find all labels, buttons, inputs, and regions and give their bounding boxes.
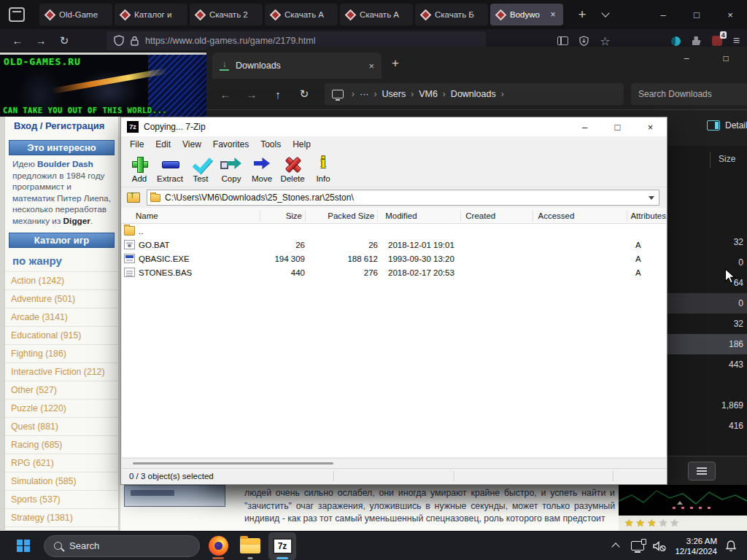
column-divider[interactable] bbox=[710, 152, 711, 168]
genre-link[interactable]: Quest (881) bbox=[5, 417, 118, 435]
toolbar-button[interactable]: Info bbox=[308, 152, 338, 187]
bookmark-star-icon[interactable]: ☆ bbox=[600, 34, 610, 48]
site-banner[interactable]: OLD-GAMES.RU CAN TAKE YOU OUT OF THIS WO… bbox=[0, 55, 206, 117]
genre-link[interactable]: Educational (915) bbox=[5, 326, 118, 344]
file-row[interactable]: GO.BAT 26 26 2018-12-01 19:01 A bbox=[122, 238, 666, 252]
taskbar-explorer[interactable] bbox=[236, 532, 264, 560]
combo-dropdown-icon[interactable] bbox=[646, 191, 657, 204]
toolbar-button[interactable]: Move bbox=[247, 152, 277, 187]
genre-link[interactable]: Puzzle (1220) bbox=[5, 399, 118, 417]
menu-item[interactable]: Help bbox=[287, 139, 317, 149]
sidebar-toggle-icon[interactable] bbox=[557, 36, 568, 45]
size-column-header[interactable]: Size bbox=[719, 154, 735, 164]
lock-icon[interactable] bbox=[131, 36, 139, 46]
notification-bell-icon[interactable] bbox=[725, 540, 737, 552]
tab-close-icon[interactable]: × bbox=[547, 9, 559, 20]
genre-link[interactable]: Adventure (501) bbox=[5, 289, 118, 308]
col-modified[interactable]: Modified bbox=[378, 210, 461, 222]
col-packed-size[interactable]: Packed Size bbox=[306, 210, 378, 222]
genre-link[interactable]: Arcade (3141) bbox=[5, 308, 118, 326]
scrollbar-thumb[interactable] bbox=[133, 462, 333, 464]
menu-item[interactable]: Tools bbox=[255, 139, 287, 149]
explorer-search-box[interactable] bbox=[631, 83, 747, 105]
explorer-tab-close-icon[interactable]: × bbox=[368, 61, 374, 71]
toolbar-button[interactable]: Delete bbox=[277, 152, 308, 187]
breadcrumb-item[interactable]: Downloads bbox=[451, 89, 496, 99]
view-mode-button[interactable] bbox=[688, 462, 716, 481]
tracking-shield-icon[interactable] bbox=[114, 35, 124, 46]
browser-tab[interactable]: Bodywo × bbox=[490, 4, 563, 26]
genre-link[interactable]: Sports (537) bbox=[5, 490, 118, 508]
volume-muted-icon[interactable] bbox=[652, 540, 667, 552]
genre-link[interactable]: Strategy (1381) bbox=[5, 508, 118, 526]
archive-path-combo[interactable]: C:\Users\VM6\Downloads\25_Stones.rar\25s… bbox=[147, 190, 659, 206]
file-row[interactable]: STONES.BAS 440 276 2018-02-17 20:53 A bbox=[122, 265, 666, 279]
downloads-shield-icon[interactable] bbox=[579, 36, 589, 46]
breadcrumb-ellipsis[interactable]: ··· bbox=[360, 89, 369, 99]
restore-button[interactable]: □ bbox=[680, 0, 713, 29]
explorer-back-button[interactable]: ← bbox=[212, 88, 239, 101]
hamburger-menu-icon[interactable]: ≡ bbox=[733, 34, 740, 47]
explorer-forward-button[interactable]: → bbox=[239, 88, 265, 101]
browser-tab[interactable]: Скачать Б × bbox=[415, 4, 488, 26]
genre-link[interactable]: Simulation (585) bbox=[5, 472, 118, 490]
rating-stars[interactable]: ★★★★★ bbox=[619, 516, 747, 531]
genre-link[interactable]: Interactive Fiction (212) bbox=[5, 362, 118, 381]
menu-item[interactable]: Edit bbox=[150, 139, 177, 149]
browser-tab[interactable]: Old-Game × bbox=[39, 4, 112, 26]
col-accessed[interactable]: Accessed bbox=[533, 210, 627, 222]
explorer-new-tab-button[interactable]: + bbox=[392, 56, 399, 71]
genre-link[interactable]: RPG (621) bbox=[5, 454, 118, 472]
sevenzip-title-bar[interactable]: 7z Copying... 7-Zip – □ × bbox=[121, 117, 667, 136]
menu-item[interactable]: View bbox=[177, 139, 207, 149]
toolbar-button[interactable]: Extract bbox=[155, 152, 185, 187]
explorer-refresh-button[interactable]: ↻ bbox=[291, 88, 317, 101]
taskbar-7zip[interactable]: 7z bbox=[268, 532, 296, 560]
taskbar-clock[interactable]: 3:26 AM 12/14/2024 bbox=[675, 536, 717, 556]
genre-link[interactable]: Action (1242) bbox=[5, 271, 118, 289]
col-name[interactable]: Name bbox=[121, 210, 260, 222]
sevenzip-minimize-button[interactable]: – bbox=[568, 117, 601, 136]
genre-link[interactable]: Fighting (186) bbox=[5, 344, 118, 362]
toolbar-button[interactable]: Copy bbox=[216, 152, 247, 187]
menu-item[interactable]: File bbox=[124, 139, 150, 149]
close-button[interactable]: × bbox=[713, 0, 747, 29]
list-tabs-chevron-icon[interactable] bbox=[601, 9, 609, 17]
explorer-up-button[interactable]: ↑ bbox=[265, 88, 291, 101]
breadcrumb-item[interactable]: Users bbox=[382, 89, 406, 99]
firefox-view-icon[interactable] bbox=[9, 7, 25, 22]
sevenzip-maximize-button[interactable]: □ bbox=[601, 117, 634, 136]
file-row[interactable]: .. bbox=[122, 224, 666, 238]
reload-button[interactable]: ↻ bbox=[53, 34, 76, 47]
browser-tab[interactable]: Скачать А × bbox=[265, 4, 338, 26]
breadcrumb-item[interactable]: VM6 bbox=[419, 89, 438, 99]
explorer-tab-downloads[interactable]: ↓ Downloads × bbox=[212, 52, 382, 79]
sevenzip-close-button[interactable]: × bbox=[634, 117, 667, 136]
toolbar-button[interactable]: Add bbox=[124, 152, 155, 187]
tray-overflow-chevron-icon[interactable] bbox=[612, 542, 620, 551]
col-size[interactable]: Size bbox=[260, 210, 306, 222]
this-pc-icon[interactable] bbox=[332, 90, 344, 98]
taskbar-firefox[interactable] bbox=[204, 532, 232, 560]
boulder-dash-link[interactable]: Boulder Dash bbox=[37, 159, 93, 169]
login-link[interactable]: Вход / Регистрация bbox=[5, 117, 118, 134]
col-created[interactable]: Created bbox=[461, 210, 533, 222]
extension-circle-icon[interactable] bbox=[671, 36, 681, 46]
menu-item[interactable]: Favorites bbox=[207, 139, 255, 149]
browser-tab[interactable]: Скачать 2 × bbox=[190, 4, 263, 26]
browser-tab[interactable]: Скачать А × bbox=[340, 4, 413, 26]
new-tab-button[interactable]: + bbox=[572, 7, 592, 23]
file-row[interactable]: QBASIC.EXE 194 309 188 612 1993-09-30 13… bbox=[122, 252, 666, 265]
game-screenshot-thumbnail[interactable] bbox=[124, 485, 225, 507]
explorer-maximize-button[interactable]: □ bbox=[710, 48, 742, 69]
taskbar-search[interactable]: Search bbox=[44, 535, 200, 557]
forward-button[interactable]: → bbox=[29, 34, 53, 47]
extension-thumb-icon[interactable] bbox=[692, 36, 701, 45]
back-button[interactable]: ← bbox=[6, 34, 29, 47]
horizontal-scrollbar[interactable] bbox=[122, 458, 666, 467]
toolbar-button[interactable]: Test bbox=[185, 152, 216, 187]
explorer-minimize-button[interactable]: – bbox=[670, 48, 703, 69]
network-display-icon[interactable] bbox=[631, 541, 644, 551]
adblock-extension-icon[interactable]: 4 bbox=[712, 36, 722, 46]
browser-tab[interactable]: Каталог и × bbox=[115, 4, 187, 26]
